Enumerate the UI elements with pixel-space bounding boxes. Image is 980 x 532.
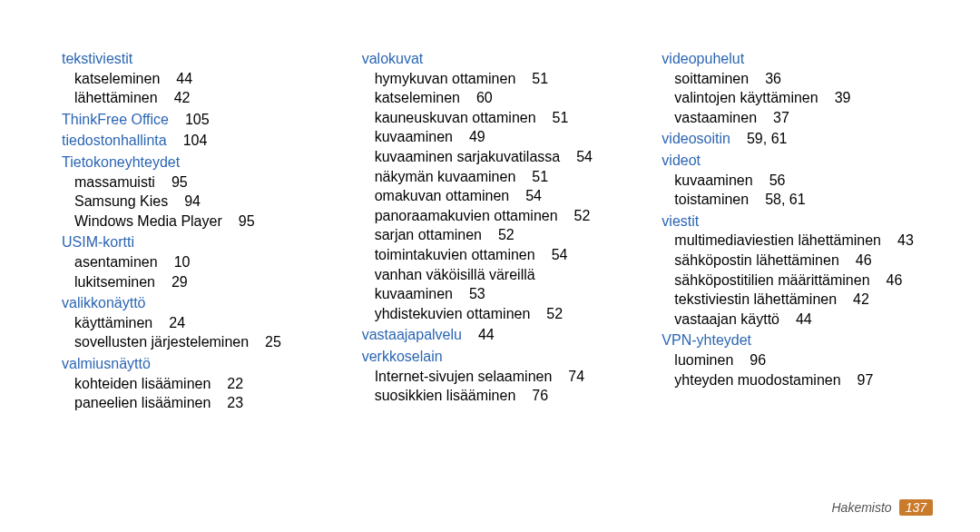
index-subentry: yhdistekuvien ottaminen52 [375,304,626,324]
entry-page: 44 [796,311,812,327]
entry-text: valintojen käyttäminen [674,90,818,105]
entry-text: näkymän kuvaaminen [375,169,516,184]
entry-page: 44 [478,327,495,342]
entry-text: Windows Media Player [74,213,222,229]
entry-text: katseleminen [74,71,160,86]
entry-text: Samsung Kies [74,193,168,209]
entry-text: valokuvat [362,51,424,66]
footer-page-number: 137 [899,499,933,516]
index-subentry: kauneuskuvan ottaminen51 [375,108,626,128]
index-page: tekstiviestitkatseleminen44lähettäminen4… [0,0,980,532]
index-subentry: näkymän kuvaaminen51 [375,167,626,187]
entry-text: toimintakuvien ottaminen [375,247,535,262]
index-heading: ThinkFree Office105 [62,110,326,130]
index-heading: videopuhelut [662,49,926,69]
entry-text: verkkoselain [362,349,443,364]
index-subentry: soittaminen36 [674,69,926,89]
entry-text: videot [662,153,701,168]
entry-text: lähettäminen [74,90,158,105]
entry-page: 54 [576,149,593,164]
index-subentry: vastaaminen37 [674,108,926,128]
entry-page: 59, 61 [747,131,787,146]
index-subentry: sähköpostitilien määrittäminen46 [674,271,926,291]
footer-section-label: Hakemisto [832,500,892,515]
entry-page: 52 [546,306,563,321]
entry-text: luominen [674,352,733,368]
entry-page: 60 [476,90,493,105]
entry-text: tekstiviestin lähettäminen [674,291,837,307]
entry-page: 43 [897,232,914,248]
index-subentry: katseleminen60 [375,88,626,108]
entry-page: 97 [858,372,874,388]
entry-text: sähköpostitilien määrittäminen [674,272,869,288]
page-footer: Hakemisto 137 [832,499,934,516]
entry-page: 24 [169,315,185,330]
entry-page: 56 [769,172,786,188]
index-subentry: toimintakuvien ottaminen54 [375,245,626,265]
entry-text: katseleminen [375,90,460,105]
entry-page: 58, 61 [765,192,805,207]
entry-page: 95 [172,174,188,190]
entry-text: videopuhelut [662,51,744,66]
index-subentry: asentaminen10 [74,252,326,272]
index-heading: vastaajapalvelu44 [362,325,626,345]
entry-text: kuvaaminen [674,172,752,188]
index-heading: tekstiviestit [62,49,326,69]
entry-text: vastaajapalvelu [362,327,462,342]
entry-text: asentaminen [74,254,158,270]
entry-page: 44 [176,71,192,86]
entry-text: yhteyden muodostaminen [674,372,840,388]
index-heading: tiedostonhallinta104 [62,131,326,151]
index-column: valokuvathymykuvan ottaminen51katselemin… [362,47,626,413]
entry-text: vastaajan käyttö [674,311,779,327]
entry-page: 42 [174,90,191,105]
entry-page: 25 [265,334,281,350]
entry-text: kuvaaminen sarjakuvatilassa [375,149,561,164]
entry-page: 105 [185,112,210,127]
index-subentry: toistaminen58, 61 [674,190,926,210]
index-subentry: paneelien lisääminen23 [74,393,326,413]
index-subentry: sarjan ottaminen52 [375,225,626,245]
entry-text: sähköpostin lähettäminen [674,252,838,268]
entry-page: 22 [227,376,243,391]
entry-text: VPN-yhteydet [662,332,751,348]
index-heading: videosoitin59, 61 [662,129,926,149]
index-subentry: sähköpostin lähettäminen46 [674,251,926,271]
entry-text: kauneuskuvan ottaminen [375,110,536,125]
entry-text: kohteiden lisääminen [74,376,211,391]
entry-text: sovellusten järjesteleminen [74,334,249,350]
entry-page: 39 [835,90,851,105]
entry-page: 104 [183,133,208,148]
entry-text: massamuisti [74,174,155,190]
index-heading: viestit [662,212,926,232]
entry-text: sarjan ottaminen [375,227,482,242]
index-subentry: omakuvan ottaminen54 [375,186,626,206]
index-column: tekstiviestitkatseleminen44lähettäminen4… [62,47,326,413]
entry-text: panoraamakuvien ottaminen [375,208,558,223]
index-subentry: yhteyden muodostaminen97 [674,370,926,390]
entry-text: Internet-sivujen selaaminen [375,369,553,384]
index-subentry: lähettäminen42 [74,88,326,108]
entry-text: tekstiviestit [62,51,132,66]
entry-text: vanhan väköisillä väreillä kuvaaminen [375,267,535,302]
index-subentry: kohteiden lisääminen22 [74,374,326,394]
index-subentry: kuvaaminen sarjakuvatilassa54 [375,147,626,167]
entry-text: omakuvan ottaminen [375,188,510,203]
index-subentry: massamuisti95 [74,172,326,192]
entry-text: paneelien lisääminen [74,395,211,410]
entry-page: 54 [525,188,542,203]
index-subentry: kuvaaminen49 [375,127,626,147]
index-column: videopuhelutsoittaminen36valintojen käyt… [662,47,926,413]
entry-page: 46 [856,252,872,268]
entry-text: viestit [662,213,699,229]
entry-text: lukitseminen [74,274,155,290]
index-subentry: sovellusten järjesteleminen25 [74,332,326,352]
entry-page: 51 [553,110,569,125]
entry-page: 51 [532,71,548,86]
index-subentry: käyttäminen24 [74,313,326,333]
entry-text: vastaaminen [674,110,757,125]
entry-text: tiedostonhallinta [62,133,167,148]
index-subentry: kuvaaminen56 [674,171,926,191]
entry-page: 54 [552,247,568,262]
index-subentry: tekstiviestin lähettäminen42 [674,290,926,310]
